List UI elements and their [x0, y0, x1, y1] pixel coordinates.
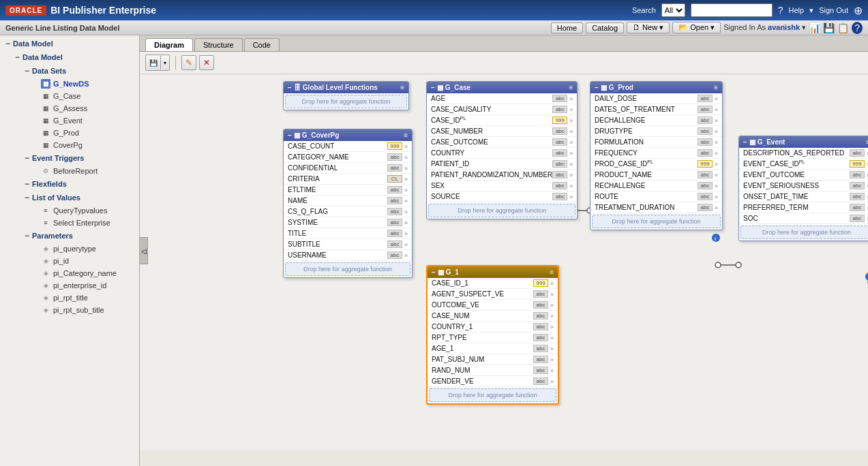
datasets-label: Data Sets — [32, 67, 66, 75]
sidebar-flexfields-header[interactable]: − Flexfields — [19, 177, 139, 191]
g-coverpg-row-etltime: ETLTIME abc » — [284, 185, 412, 196]
search-help-icon[interactable]: ? — [778, 5, 783, 16]
sidebar-item-g-prod[interactable]: ▦ G_Prod — [27, 127, 139, 139]
collapse-data-model-sub-icon[interactable]: − — [15, 52, 20, 62]
g-case-drop-zone[interactable]: Drop here for aggregate function — [428, 204, 575, 217]
g-event-row-preferred-term: PREFERRED_TERM abc » — [739, 202, 868, 213]
open-button[interactable]: 📂 Open ▾ — [672, 22, 721, 33]
g-case-title: G_Case — [445, 84, 470, 91]
sidebar-item-select-enterprise[interactable]: ≡ Select Enterprise — [27, 217, 139, 229]
search-scope-select[interactable]: All — [661, 3, 685, 17]
sidebar-datasets-header[interactable]: − Data Sets — [19, 64, 139, 78]
g-1-row-case-num: CASE_NUM abc » — [428, 311, 558, 322]
g-1-title: G_1 — [446, 268, 459, 276]
g-coverpg-row-case-count: CASE_COUNT 999 » — [284, 141, 412, 152]
top-nav: Search All ? Help ▾ Sign Out ⊕ — [632, 3, 863, 17]
g-prod-drop-zone[interactable]: Drop here for aggregate function — [592, 215, 721, 228]
g-prod-row-frequency: FREQUENCY abc » — [590, 148, 722, 159]
signout-button[interactable]: Sign Out — [819, 6, 848, 14]
sidebar-item-pi-id[interactable]: ◈ pi_id — [27, 255, 139, 267]
sidebar-collapse-handle[interactable]: ◁ — [140, 237, 148, 264]
save-icon[interactable]: 💾 — [823, 22, 835, 33]
g-1-header: − ▦ G_1 ≡ — [428, 266, 558, 278]
g-1-drop-zone[interactable]: Drop here for aggregate function — [429, 388, 556, 402]
g-prod-row-dechallenge: DECHALLENGE abc » — [590, 115, 722, 126]
g-case-row-country: COUNTRY abc » — [427, 148, 577, 159]
g-prod-row-daily-dose: DAILY_DOSE abc » — [590, 93, 722, 104]
collapse-event-triggers-icon[interactable]: − — [25, 153, 29, 163]
sidebar-item-pi-category-name[interactable]: ◈ pi_Category_name — [27, 267, 139, 279]
collapse-parameters-icon[interactable]: − — [25, 231, 29, 240]
save-as-icon[interactable]: 📋 — [837, 22, 849, 33]
sidebar-item-g-newds[interactable]: ▦ G_NewDS — [27, 78, 139, 90]
export-icon[interactable]: 📊 — [809, 22, 820, 33]
g-case-menu-icon[interactable]: ≡ — [569, 84, 573, 91]
g-event-title: G_Event — [758, 138, 785, 146]
page-subtitle: Generic Line Listing Data Model — [5, 24, 119, 32]
sidebar-item-pi-rpt-title[interactable]: ◈ pi_rpt_title — [27, 292, 139, 304]
sidebar-item-querytypvalues[interactable]: ≡ QueryTypvalues — [27, 204, 139, 217]
g-1-menu-icon[interactable]: ≡ — [550, 268, 554, 276]
g-coverpg-body: CASE_COUNT 999 » CATEGORY_NAME abc » CON… — [284, 141, 412, 276]
sidebar-item-before-report[interactable]: ⚙ BeforeReport — [27, 165, 139, 177]
g-coverpg-collapse-icon[interactable]: − — [288, 131, 292, 139]
g-coverpg-menu-icon[interactable]: ≡ — [404, 131, 408, 139]
g-event-collapse-icon[interactable]: − — [743, 138, 747, 146]
g-prod-db-icon: ▦ — [601, 84, 607, 91]
sidebar-item-pi-enterprise-id[interactable]: ◈ pi_enterprise_id — [27, 279, 139, 292]
g-prod-collapse-icon[interactable]: − — [595, 84, 599, 91]
g-1-db-icon: ▦ — [438, 268, 444, 276]
sidebar-header-data-model-sub[interactable]: − Data Model — [10, 50, 139, 64]
g-event-drop-zone[interactable]: Drop here for aggregate function — [740, 226, 868, 239]
sidebar-lov-header[interactable]: − List of Values — [19, 191, 139, 204]
tab-code[interactable]: Code — [244, 38, 280, 51]
pi-querytype-label: pi_querytype — [53, 245, 96, 253]
g-case-row-sex: SEX abc » — [427, 181, 577, 191]
sidebar-parameters-header[interactable]: − Parameters — [19, 229, 139, 243]
g-case-row-case-outcome: CASE_OUTCOME abc » — [427, 137, 577, 148]
collapse-data-model-icon[interactable]: − — [5, 39, 10, 48]
sidebar-item-g-assess[interactable]: ▦ G_Assess — [27, 102, 139, 114]
g-case-label: G_Case — [53, 92, 80, 100]
oracle-logo: ORACLE BI Publisher Enterprise — [5, 5, 156, 16]
collapse-datasets-icon[interactable]: − — [25, 66, 29, 76]
save-dropdown[interactable]: ▾ — [161, 55, 169, 70]
g-coverpg-row-subtitle: SUBTITLE abc » — [284, 239, 412, 250]
g-assess-label: G_Assess — [53, 104, 87, 112]
help-icon2[interactable]: ? — [852, 22, 863, 34]
search-input[interactable] — [691, 3, 773, 17]
g-coverpg-row-systime: SYSTIME abc » — [284, 217, 412, 228]
sidebar-event-triggers-header[interactable]: − Event Triggers — [19, 151, 139, 165]
new-button[interactable]: 🗋 New ▾ — [627, 22, 670, 33]
g-case-collapse-icon[interactable]: − — [431, 84, 435, 91]
table-g-coverpg: − ▦ G_CoverPg ≡ CASE_COUNT 999 » CATEGOR… — [283, 129, 413, 278]
collapse-flexfields-icon[interactable]: − — [25, 179, 29, 189]
sidebar-item-g-event[interactable]: ▦ G_Event — [27, 114, 139, 127]
sidebar-item-coverpg[interactable]: ▦ CoverPg — [27, 139, 139, 151]
g-1-collapse-icon[interactable]: − — [432, 268, 436, 276]
global-level-functions-menu-icon[interactable]: ≡ — [400, 84, 404, 91]
parameters-label: Parameters — [32, 232, 73, 240]
tab-structure[interactable]: Structure — [194, 38, 243, 51]
sidebar-item-pi-querytype[interactable]: ◈ pi_querytype — [27, 243, 139, 255]
global-functions-drop-zone[interactable]: Drop here for aggregate function — [285, 95, 407, 108]
sidebar-header-data-model[interactable]: − Data Model — [0, 37, 139, 50]
global-level-functions-header: − 🗄 Global Level Functions ≡ — [284, 82, 408, 93]
help-button[interactable]: Help — [789, 6, 805, 14]
edit-button[interactable]: ✎ — [181, 55, 196, 70]
app-title: BI Publisher Enterprise — [50, 5, 156, 16]
catalog-link[interactable]: Catalog — [586, 22, 624, 33]
sidebar-item-g-case[interactable]: ▦ G_Case — [27, 90, 139, 102]
home-link[interactable]: Home — [551, 22, 583, 33]
g-prod-menu-icon[interactable]: ≡ — [714, 84, 718, 91]
tab-diagram[interactable]: Diagram — [145, 38, 193, 51]
g-1-row-case-id-1: CASE_ID_1 999 » — [428, 278, 558, 289]
collapse-lov-icon[interactable]: − — [25, 193, 29, 202]
pi-rpt-sub-title-label: pi_rpt_sub_title — [53, 306, 104, 314]
sidebar-item-pi-rpt-sub-title[interactable]: ◈ pi_rpt_sub_title — [27, 304, 139, 316]
save-button[interactable]: 💾 — [146, 55, 161, 70]
g-1-row-gender-ve: GENDER_VE abc » — [428, 376, 558, 387]
delete-button[interactable]: ✕ — [199, 55, 214, 70]
g-coverpg-drop-zone[interactable]: Drop here for aggregate function — [285, 262, 410, 276]
global-level-functions-collapse-icon[interactable]: − — [288, 84, 292, 91]
